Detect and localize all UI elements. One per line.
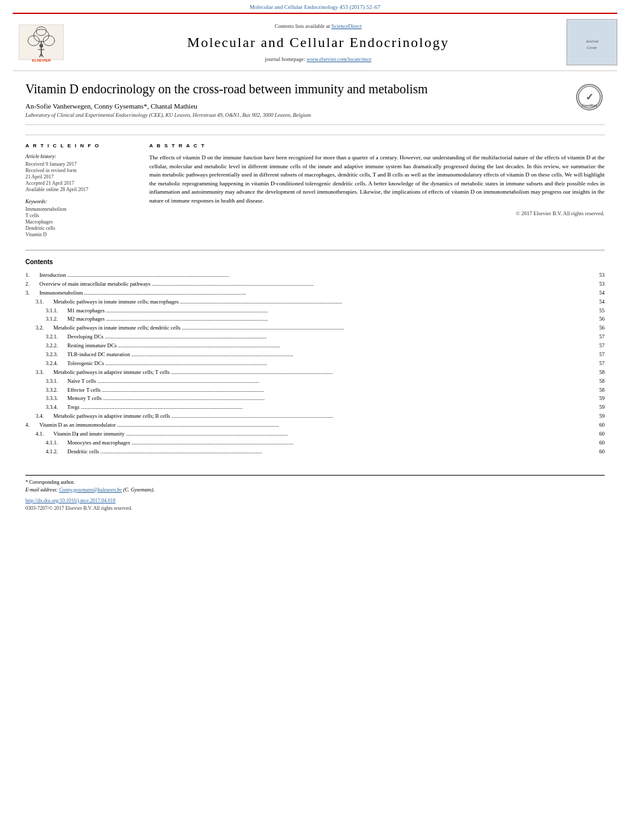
toc-dots: ........................................…	[170, 369, 592, 377]
toc-num: 3.4.	[36, 413, 53, 420]
svg-text:✓: ✓	[586, 91, 594, 102]
toc-num: 3.3.1.	[46, 378, 67, 385]
toc-num: 3.3.	[36, 369, 53, 377]
toc-entry: 4.1.2.Dendritic cells ..................…	[25, 448, 605, 456]
toc-dots: ........................................…	[180, 324, 592, 332]
toc-title: Vitamin D as an immunomodulator	[39, 422, 116, 429]
toc-title: Vitamin D₃ and innate immunity	[53, 430, 124, 438]
toc-dots: ........................................…	[104, 360, 592, 368]
toc-title: Metabolic pathways in adaptive immune ce…	[53, 413, 170, 420]
toc-num: 3.2.4.	[46, 360, 67, 368]
abstract-text: The effects of vitamin D on the immune f…	[149, 154, 605, 205]
keywords-section: Keywords: Immunometabolism T cells Macro…	[25, 199, 137, 237]
toc-dots: ........................................…	[100, 387, 592, 394]
toc-dots: ........................................…	[79, 404, 592, 411]
toc-title: Developing DCs	[67, 333, 104, 341]
sciencedirect-link[interactable]: ScienceDirect	[332, 23, 362, 29]
toc-dots: ........................................…	[116, 422, 592, 429]
toc-title: Memory T cells	[67, 395, 102, 403]
toc-num: 4.1.1.	[46, 439, 67, 447]
toc-dots: ........................................…	[104, 333, 592, 341]
doi-link[interactable]: http://dx.doi.org/10.1016/j.mce.2017.04.…	[25, 498, 605, 503]
toc-title: Metabolic pathways in adaptive immune ce…	[53, 369, 170, 377]
toc-num: 3.2.3.	[46, 351, 67, 359]
keyword-tcells: T cells	[25, 213, 137, 218]
toc-page: 56	[592, 324, 605, 332]
article-history-section: Article history: Received 9 January 2017…	[25, 154, 137, 192]
toc-title: Resting immature DCs	[67, 342, 117, 350]
page-wrapper: Molecular and Cellular Endocrinology 453…	[0, 0, 630, 840]
authors-line: An-Sofie Vanherwegen, Conny Gysemans*, C…	[25, 102, 576, 110]
revised-date: 21 April 2017	[25, 174, 137, 180]
keyword-dendritic: Dendritic cells	[25, 225, 137, 231]
toc-num: 3.2.	[36, 324, 53, 332]
toc-title: M2 macrophages	[67, 316, 105, 323]
toc-title: Effector T cells	[67, 387, 100, 394]
toc-entry: 3.3.2.Effector T cells .................…	[25, 387, 605, 394]
toc-num: 3.	[25, 290, 39, 297]
toc-entry: 4.1.1.Monocytes and macrophages ........…	[25, 439, 605, 447]
toc-entry: 3.4.Metabolic pathways in adaptive immun…	[25, 413, 605, 420]
contents-section: Contents 1.Introduction ................…	[25, 250, 605, 456]
toc-num: 1.	[25, 272, 39, 279]
toc-page: 58	[592, 387, 605, 394]
journal-homepage-line: journal homepage: www.elsevier.com/locat…	[265, 56, 372, 62]
keywords-label: Keywords:	[25, 199, 137, 204]
toc-entry: 3.3.Metabolic pathways in adaptive immun…	[25, 369, 605, 377]
toc-entry: 3.2.2.Resting immature DCs .............…	[25, 342, 605, 350]
toc-title: M1 macrophages	[67, 307, 105, 315]
toc-page: 54	[592, 290, 605, 297]
toc-dots: ........................................…	[96, 378, 592, 385]
authors: An-Sofie Vanherwegen, Conny Gysemans*, C…	[25, 102, 198, 110]
toc-page: 54	[592, 298, 605, 306]
article-title: Vitamin D endocrinology on the cross-roa…	[25, 81, 576, 97]
issn-line: 0303-7207/© 2017 Elsevier B.V. All right…	[25, 505, 605, 511]
toc-page: 55	[592, 307, 605, 315]
toc-title: Tregs	[67, 404, 79, 411]
email-suffix: (C. Gysemans).	[123, 487, 155, 493]
received-date: Received 9 January 2017	[25, 161, 137, 167]
toc-entry: 3.2.4.Tolerogenic DCs ..................…	[25, 360, 605, 368]
crossmark-circle: ✓ CrossMark	[576, 84, 603, 110]
article-title-block: Vitamin D endocrinology on the cross-roa…	[25, 81, 576, 118]
keyword-vitamind: Vitamin D	[25, 232, 137, 237]
journal-title: Molecular and Cellular Endocrinology	[187, 34, 449, 51]
toc-entry: 3.1.2.M2 macrophages ...................…	[25, 316, 605, 323]
toc-page: 58	[592, 369, 605, 377]
available-date: Available online 28 April 2017	[25, 187, 137, 192]
svg-text:Cover: Cover	[587, 46, 597, 50]
toc-dots: ........................................…	[102, 395, 592, 403]
toc-num: 3.1.1.	[46, 307, 67, 315]
toc-dots: ........................................…	[151, 281, 592, 288]
received-revised-label: Received in revised form	[25, 168, 137, 173]
toc-num: 4.1.	[36, 430, 53, 438]
toc-title: Metabolic pathways in innate immune cell…	[53, 298, 178, 306]
main-content: Vitamin D endocrinology on the cross-roa…	[0, 71, 630, 524]
keyword-macrophages: Macrophages	[25, 219, 137, 225]
toc-title: Naïve T cells	[67, 378, 96, 385]
journal-homepage-link[interactable]: www.elsevier.com/locate/mce	[307, 56, 372, 62]
svg-point-6	[39, 44, 43, 48]
toc-num: 3.1.	[36, 298, 53, 306]
abstract-header: A B S T R A C T	[149, 143, 605, 149]
two-column-section: A R T I C L E I N F O Article history: R…	[25, 135, 605, 238]
crossmark-svg: ✓ CrossMark	[577, 84, 601, 110]
toc-dots: ........................................…	[130, 439, 592, 447]
toc-page: 58	[592, 378, 605, 385]
homepage-prefix: journal homepage:	[265, 56, 307, 62]
email-note: E-mail address: Conny.gysemans@kuleuven.…	[25, 487, 605, 493]
email-link[interactable]: Conny.gysemans@kuleuven.be	[59, 487, 122, 493]
citation-text: Molecular and Cellular Endocrinology 453…	[250, 4, 380, 10]
contents-available-line: Contents lists available at ScienceDirec…	[275, 23, 362, 29]
toc-num: 4.	[25, 422, 39, 429]
toc-dots: ........................................…	[83, 290, 592, 297]
crossmark-badge: ✓ CrossMark	[576, 84, 605, 112]
toc-dots: ........................................…	[130, 351, 592, 359]
journal-thumbnail: Journal Cover	[566, 19, 617, 65]
svg-text:CrossMark: CrossMark	[582, 104, 598, 107]
toc-title: Dendritic cells	[67, 448, 99, 456]
toc-entry: 3.2.3.TLR-induced DC maturation ........…	[25, 351, 605, 359]
contents-prefix: Contents lists available at	[275, 23, 332, 29]
toc-dots: ........................................…	[170, 413, 592, 420]
toc-entry: 3.1.1.M1 macrophages ...................…	[25, 307, 605, 315]
